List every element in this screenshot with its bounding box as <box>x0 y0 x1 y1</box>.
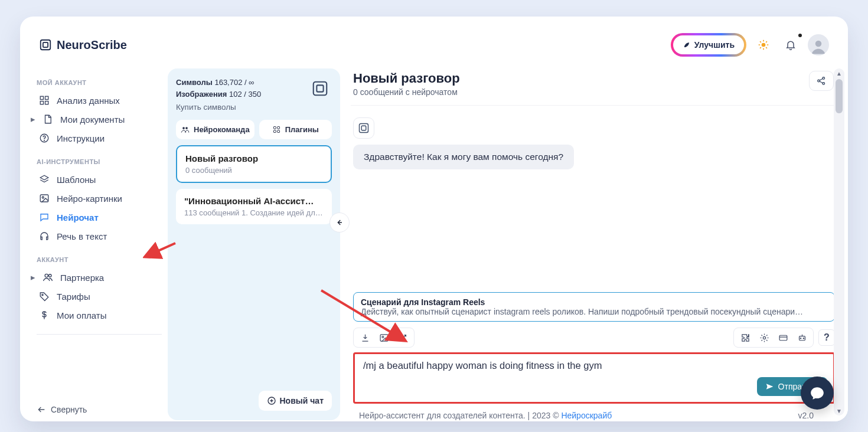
sun-icon <box>758 39 769 51</box>
svg-point-18 <box>185 127 188 129</box>
collapse-sidebar[interactable]: Свернуть <box>37 400 168 414</box>
plugins-icon <box>272 125 281 134</box>
help-tool[interactable]: ? <box>818 329 835 346</box>
svg-point-3 <box>815 41 822 47</box>
footer-link[interactable]: Нейроскрайб <box>561 411 612 420</box>
magic-tool[interactable] <box>395 330 410 345</box>
scenario-card[interactable]: Сценарий для Instagram Reels Действуй, к… <box>353 292 835 322</box>
scenario-body: Действуй, как опытный сценарист instagra… <box>361 307 827 316</box>
svg-rect-10 <box>40 195 48 202</box>
users-icon <box>43 272 53 283</box>
sidebar-label: Нейро-картинки <box>57 194 122 204</box>
card-tool[interactable] <box>775 330 791 345</box>
conversation-item-active[interactable]: Новый разговор 0 сообщений <box>176 145 332 183</box>
brand-logo[interactable]: NeuroScribe <box>39 38 127 52</box>
gear-icon <box>759 333 769 343</box>
dollar-icon <box>39 310 50 320</box>
collapse-icon <box>37 405 46 414</box>
buy-symbols-link[interactable]: Купить символы <box>176 102 302 114</box>
sidebar-item-templates[interactable]: Шаблоны <box>37 170 168 189</box>
conversation-item[interactable]: "Инновационный AI-ассист… 113 сообщений … <box>176 189 332 224</box>
composer-input[interactable]: /mj a beautiful happy woman is doing fit… <box>363 360 827 371</box>
main-area: Символы 163,702 / ∞ Изображения 102 / 35… <box>168 63 848 421</box>
arrow-left-icon <box>335 218 344 227</box>
svg-point-13 <box>49 274 52 277</box>
sidebar-item-speech[interactable]: Речь в текст <box>37 227 168 246</box>
svg-point-31 <box>763 336 765 339</box>
upgrade-button[interactable]: Улучшить <box>671 33 746 57</box>
collapse-label: Свернуть <box>51 405 87 414</box>
share-button[interactable] <box>809 71 834 91</box>
settings-tool[interactable] <box>756 330 772 345</box>
sidebar-item-tariffs[interactable]: Тарифы <box>37 287 168 306</box>
rocket-icon <box>683 41 691 49</box>
brand-light: Scribe <box>91 38 127 51</box>
sidebar-item-analytics[interactable]: Анализ данных <box>37 91 168 110</box>
svg-rect-22 <box>277 130 279 133</box>
panel-toggle[interactable] <box>329 212 350 233</box>
svg-point-11 <box>42 197 44 198</box>
sidebar-item-neuroimages[interactable]: Нейро-картинки <box>37 189 168 208</box>
notifications-button[interactable] <box>781 35 801 55</box>
new-chat-button[interactable]: Новый чат <box>259 391 332 411</box>
svg-point-14 <box>42 294 43 296</box>
wand-icon <box>398 333 408 343</box>
scroll-up-icon[interactable]: ▲ <box>834 68 844 78</box>
image-tool[interactable] <box>376 330 391 345</box>
download-icon <box>360 333 370 343</box>
puzzle-icon <box>740 333 750 343</box>
share-icon <box>816 76 827 86</box>
sidebar-label: Анализ данных <box>57 96 120 106</box>
card-icon <box>778 333 788 343</box>
images-label: Изображения <box>176 90 227 99</box>
extension-tool[interactable] <box>738 330 753 345</box>
robot-tool[interactable] <box>794 330 810 345</box>
tag-icon <box>39 291 50 302</box>
chat-bubble-icon <box>810 385 825 401</box>
svg-rect-0 <box>41 40 51 50</box>
svg-rect-1 <box>43 42 48 47</box>
download-tool[interactable] <box>357 330 373 345</box>
chat-subtitle: 0 сообщений с нейрочатом <box>353 87 460 97</box>
sidebar-label: Тарифы <box>57 292 90 302</box>
sidebar-item-neurochat[interactable]: Нейрочат <box>37 208 168 227</box>
layers-icon <box>39 174 50 185</box>
plugins-button[interactable]: Плагины <box>259 120 332 139</box>
neuroteam-button[interactable]: Нейрокоманда <box>176 120 254 139</box>
sidebar-label: Партнерка <box>60 273 104 283</box>
scenario-title: Сценарий для Instagram Reels <box>361 297 827 307</box>
theme-toggle[interactable] <box>753 35 774 55</box>
user-avatar[interactable] <box>808 34 829 55</box>
sidebar-label: Нейрочат <box>57 212 99 222</box>
scroll-track[interactable] <box>834 114 844 406</box>
scroll-thumb[interactable] <box>836 79 843 113</box>
sidebar-item-partner[interactable]: ▸ Партнерка <box>37 268 168 287</box>
messages: Здравствуйте! Как я могу вам помочь сего… <box>351 106 837 292</box>
symbols-value: 163,702 / ∞ <box>214 78 254 87</box>
notification-dot <box>798 34 802 37</box>
vertical-scrollbar[interactable]: ▲ ▼ <box>834 68 844 415</box>
svg-point-34 <box>800 338 801 338</box>
svg-rect-16 <box>316 85 323 91</box>
scroll-down-icon[interactable]: ▼ <box>834 406 844 415</box>
composer-toolbar: ? <box>353 328 835 348</box>
image-icon <box>39 193 50 204</box>
sidebar-item-payments[interactable]: Мои оплаты <box>37 306 168 325</box>
bell-icon <box>785 39 797 51</box>
document-icon <box>43 114 53 125</box>
sidebar-item-instructions[interactable]: Инструкции <box>37 129 168 148</box>
composer: /mj a beautiful happy woman is doing fit… <box>353 352 835 404</box>
headphones-icon <box>39 231 50 241</box>
team-icon <box>181 125 190 134</box>
symbols-label: Символы <box>176 78 213 87</box>
upgrade-label: Улучшить <box>694 40 735 50</box>
svg-rect-19 <box>273 127 276 129</box>
send-icon <box>765 382 774 391</box>
brand-bold: Neuro <box>57 38 91 51</box>
assistant-avatar <box>353 117 374 139</box>
neuroteam-label: Нейрокоманда <box>194 125 250 134</box>
help-chat-bubble[interactable] <box>801 377 834 410</box>
svg-rect-15 <box>314 82 327 96</box>
footer: Нейро-ассистент для создателей контента.… <box>351 407 837 420</box>
sidebar-item-documents[interactable]: ▸ Мои документы <box>37 110 168 129</box>
